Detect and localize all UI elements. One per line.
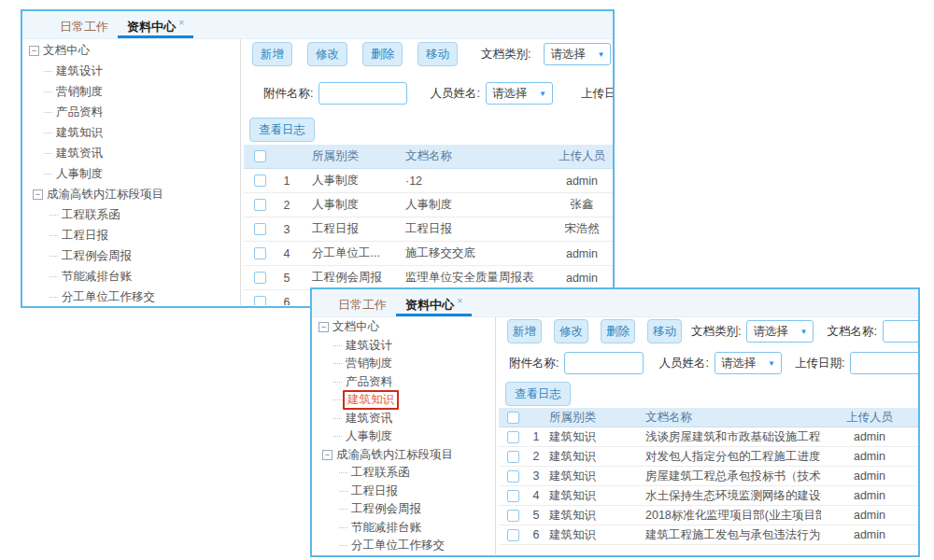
row-checkbox[interactable] bbox=[507, 490, 519, 502]
table-row[interactable]: 6 建筑知识 建筑工程施工发包与承包违法行为认... admin bbox=[499, 525, 918, 545]
tab-label: 资料中心 bbox=[405, 298, 454, 312]
view-log-button[interactable]: 查看日志 bbox=[249, 118, 315, 142]
row-checkbox[interactable] bbox=[507, 431, 519, 443]
tab-daily-work[interactable]: 日常工作 bbox=[50, 11, 118, 38]
tree-item-label: 营销制度 bbox=[56, 84, 103, 100]
cell-category: 建筑知识 bbox=[545, 508, 642, 524]
row-checkbox[interactable] bbox=[254, 223, 266, 235]
add-button[interactable]: 新增 bbox=[252, 42, 292, 66]
tree-item-work-transfer[interactable]: 分工单位工作移交 bbox=[22, 287, 240, 307]
tab-data-center[interactable]: 资料中心× bbox=[118, 11, 193, 38]
close-icon[interactable]: × bbox=[178, 17, 184, 28]
table-row[interactable]: 1 建筑知识 浅谈房屋建筑和市政基础设施工程施... admin bbox=[499, 427, 918, 447]
table-row[interactable]: 3 建筑知识 房屋建筑工程总承包投标书（技术标... admin bbox=[499, 467, 918, 486]
collapse-icon[interactable]: − bbox=[318, 322, 329, 332]
cell-category: 工程日报 bbox=[298, 221, 399, 237]
tree-item-project-contact-letter[interactable]: 工程联系函 bbox=[312, 464, 495, 483]
tree-item-building-knowledge-selected[interactable]: 建筑知识 bbox=[312, 391, 495, 410]
row-checkbox[interactable] bbox=[507, 510, 519, 522]
column-header-category[interactable]: 所属别类 bbox=[545, 410, 642, 426]
person-name-select[interactable]: 请选择▼ bbox=[486, 82, 553, 105]
tree-item-building-design[interactable]: 建筑设计 bbox=[312, 337, 495, 356]
row-checkbox[interactable] bbox=[254, 272, 266, 284]
tab-data-center[interactable]: 资料中心× bbox=[396, 289, 472, 316]
view-log-button[interactable]: 查看日志 bbox=[505, 382, 571, 406]
tree-item-project-daily-report[interactable]: 工程日报 bbox=[312, 483, 495, 501]
cell-doc-name: 工程日报 bbox=[399, 221, 551, 237]
tree-item-product-info[interactable]: 产品资料 bbox=[312, 373, 495, 392]
tree-item-project-weekly-meeting-report[interactable]: 工程例会周报 bbox=[312, 500, 495, 519]
tree-item-label: 工程例会周报 bbox=[62, 248, 132, 264]
row-checkbox[interactable] bbox=[254, 199, 266, 211]
tree-item-building-news[interactable]: 建筑资讯 bbox=[22, 143, 240, 163]
cell-index: 5 bbox=[276, 272, 298, 285]
tree-item-building-knowledge[interactable]: 建筑知识 bbox=[22, 122, 240, 143]
table-row[interactable]: 4 分工单位工... 施工移交交底 admin bbox=[244, 242, 613, 266]
delete-button[interactable]: 删除 bbox=[601, 319, 635, 343]
column-header-doc-name[interactable]: 文档名称 bbox=[399, 148, 551, 164]
tree-item-document-center[interactable]: −文档中心 bbox=[22, 40, 240, 61]
table-header: 所属别类 文档名称 上传人员 bbox=[244, 145, 613, 169]
column-header-category[interactable]: 所属别类 bbox=[298, 148, 399, 164]
delete-button[interactable]: 删除 bbox=[362, 42, 403, 66]
tree-item-marketing-system[interactable]: 营销制度 bbox=[22, 81, 240, 102]
tree-item-energy-saving-ledger[interactable]: 节能减排台账 bbox=[312, 519, 495, 538]
add-button[interactable]: 新增 bbox=[507, 319, 542, 343]
table-row[interactable]: 5 建筑知识 2018标准化监理项目部(业主项目部)... admin bbox=[499, 506, 918, 525]
table-row[interactable]: 3 工程日报 工程日报 宋浩然 bbox=[244, 217, 613, 242]
cell-category: 建筑知识 bbox=[545, 488, 642, 504]
tree-item-chengyu-railway-project[interactable]: −成渝高铁内江标段项目 bbox=[312, 446, 495, 465]
collapse-icon[interactable]: − bbox=[322, 450, 333, 460]
tree-item-chengyu-railway-project[interactable]: −成渝高铁内江标段项目 bbox=[22, 184, 240, 204]
column-header-uploader[interactable]: 上传人员 bbox=[551, 148, 613, 164]
tree-item-building-news[interactable]: 建筑资讯 bbox=[312, 410, 495, 428]
tree-item-label: 工程联系函 bbox=[62, 207, 120, 223]
row-checkbox[interactable] bbox=[254, 296, 266, 305]
table-row[interactable]: 2 人事制度 人事制度 张鑫 bbox=[244, 193, 613, 217]
attachment-name-input[interactable] bbox=[318, 82, 407, 105]
person-name-select[interactable]: 请选择▼ bbox=[715, 352, 782, 374]
attachment-name-input[interactable] bbox=[564, 352, 644, 374]
tree-item-product-info[interactable]: 产品资料 bbox=[22, 102, 240, 122]
move-button[interactable]: 移动 bbox=[647, 319, 682, 343]
select-all-checkbox[interactable] bbox=[254, 150, 266, 162]
tree-item-building-design[interactable]: 建筑设计 bbox=[22, 61, 240, 81]
row-checkbox[interactable] bbox=[254, 175, 266, 187]
tab-bar: 日常工作 资料中心× bbox=[22, 11, 613, 39]
tree-item-document-center[interactable]: −文档中心 bbox=[312, 318, 495, 337]
row-checkbox[interactable] bbox=[254, 247, 266, 259]
tree-item-marketing-system[interactable]: 营销制度 bbox=[312, 355, 495, 373]
cell-uploader: admin bbox=[821, 489, 918, 502]
upload-date-input[interactable] bbox=[850, 352, 918, 374]
table-header: 所属别类 文档名称 上传人员 bbox=[499, 408, 918, 427]
cell-uploader: admin bbox=[821, 509, 918, 522]
tab-daily-work[interactable]: 日常工作 bbox=[329, 289, 396, 316]
table-row[interactable]: 1 人事制度 ·12 admin bbox=[244, 169, 613, 193]
tree-item-energy-saving-ledger[interactable]: 节能减排台账 bbox=[22, 266, 240, 287]
tree-item-hr-system[interactable]: 人事制度 bbox=[312, 427, 495, 446]
doc-category-select[interactable]: 请选择▼ bbox=[746, 320, 814, 343]
column-header-doc-name[interactable]: 文档名称 bbox=[642, 410, 821, 426]
select-all-checkbox[interactable] bbox=[507, 412, 519, 424]
table-row[interactable]: 2 建筑知识 对发包人指定分包的工程施工进度安... admin bbox=[499, 447, 918, 467]
move-button[interactable]: 移动 bbox=[417, 42, 458, 66]
doc-name-input[interactable] bbox=[883, 320, 918, 343]
row-checkbox[interactable] bbox=[507, 470, 519, 483]
edit-button[interactable]: 修改 bbox=[307, 42, 347, 66]
tree-item-work-transfer[interactable]: 分工单位工作移交 bbox=[312, 537, 495, 555]
edit-button[interactable]: 修改 bbox=[554, 319, 588, 343]
doc-category-select[interactable]: 请选择▼ bbox=[544, 43, 611, 65]
close-icon[interactable]: × bbox=[457, 295, 462, 306]
table-row[interactable]: 4 建筑知识 水土保持生态环境监测网络的建设与... admin bbox=[499, 486, 918, 506]
tree-item-project-contact-letter[interactable]: 工程联系函 bbox=[22, 204, 240, 225]
tree-item-label: 节能减排台账 bbox=[62, 269, 132, 285]
collapse-icon[interactable]: − bbox=[29, 46, 39, 56]
cell-doc-name: 浅谈房屋建筑和市政基础设施工程施... bbox=[642, 429, 821, 445]
tree-item-project-daily-report[interactable]: 工程日报 bbox=[22, 225, 240, 245]
row-checkbox[interactable] bbox=[507, 529, 519, 541]
collapse-icon[interactable]: − bbox=[33, 189, 43, 200]
row-checkbox[interactable] bbox=[507, 451, 519, 463]
column-header-uploader[interactable]: 上传人员 bbox=[821, 410, 918, 426]
tree-item-project-weekly-meeting-report[interactable]: 工程例会周报 bbox=[22, 245, 240, 266]
tree-item-hr-system[interactable]: 人事制度 bbox=[22, 163, 240, 184]
